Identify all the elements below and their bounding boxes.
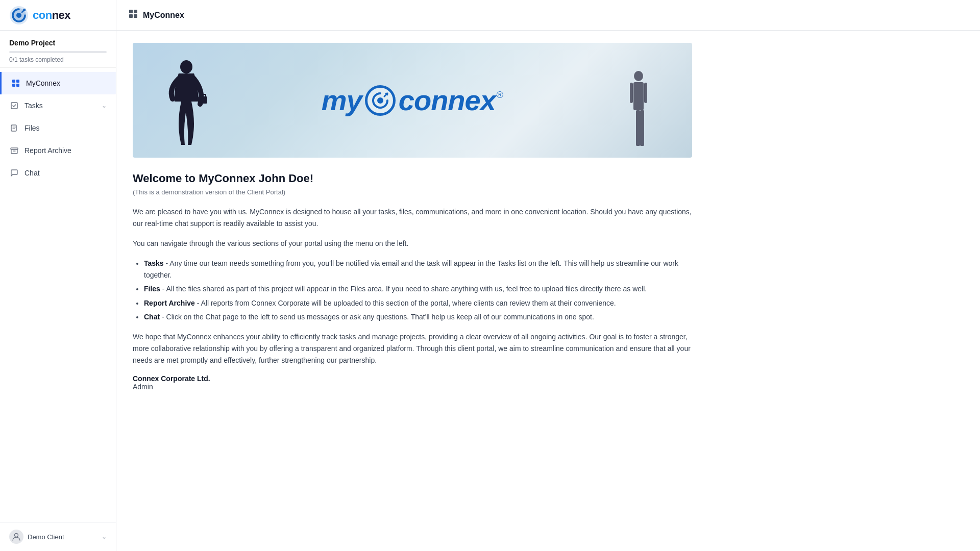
project-name: Demo Project [9,39,107,47]
welcome-sub: (This is a demonstration version of the … [133,188,692,196]
progress-bar-background [9,51,107,53]
svg-rect-3 [12,80,15,83]
svg-rect-19 [633,82,644,110]
sidebar-item-report-archive-label: Report Archive [24,146,107,155]
sidebar-item-chat[interactable]: Chat [0,162,116,184]
svg-rect-9 [11,148,18,149]
sidebar-item-files-label: Files [24,124,107,132]
list-item-files-label: Files [144,285,160,293]
svg-rect-21 [640,110,644,146]
svg-rect-4 [16,80,19,83]
sidebar: connex Demo Project 0/1 tasks completed … [0,0,116,551]
avatar [9,530,23,544]
content-para-2: You can navigate through the various sec… [133,238,692,249]
svg-rect-6 [16,84,19,87]
logo-area: connex [0,0,116,31]
hero-logo: my connex ® [322,84,503,117]
footer-user-name: Demo Client [28,533,102,541]
chat-icon [9,168,19,178]
company-name: Connex Corporate Ltd. [133,374,692,383]
page-header: MyConnex [116,0,980,31]
list-item-tasks: Tasks - Any time our team needs somethin… [144,258,692,281]
sidebar-footer[interactable]: Demo Client ⌄ [0,522,116,551]
nav-section: MyConnex Tasks ⌄ Files [0,68,116,522]
svg-point-10 [15,534,18,537]
content-para-1: We are pleased to have you with us. MyCo… [133,206,692,230]
content-para-3: We hope that MyConnex enhances your abil… [133,331,692,366]
svg-rect-22 [630,83,633,103]
page-header-title: MyConnex [143,11,184,20]
list-item-files: Files - All the files shared as part of … [144,283,692,295]
main-content: MyConnex [116,0,980,551]
tasks-completed-label: 0/1 tasks completed [9,56,107,63]
sidebar-item-files[interactable]: Files [0,117,116,139]
grid-icon [11,78,21,88]
sidebar-item-chat-label: Chat [24,169,107,177]
tasks-chevron-icon: ⌄ [102,102,107,109]
list-item-tasks-text: - Any time our team needs something from… [144,259,678,279]
list-item-files-text: - All the files shared as part of this p… [160,285,647,293]
sidebar-item-report-archive[interactable]: Report Archive [0,139,116,162]
svg-point-2 [16,13,21,18]
svg-rect-12 [134,10,137,13]
svg-rect-14 [134,14,137,18]
svg-rect-23 [644,83,647,103]
svg-rect-8 [11,125,16,131]
content-area: my connex ® [116,31,708,407]
list-item-tasks-label: Tasks [144,259,164,267]
sidebar-item-myconnex[interactable]: MyConnex [0,72,116,94]
hero-silhouette-right [626,68,651,158]
hero-banner: my connex ® [133,43,692,158]
connex-logo-icon [9,6,29,25]
feature-list: Tasks - Any time our team needs somethin… [133,258,692,322]
list-item-report-archive-text: - All reports from Connex Corporate will… [195,299,616,307]
page-header-icon [129,9,138,21]
svg-rect-5 [12,84,15,87]
svg-rect-13 [129,14,133,18]
svg-point-15 [180,60,192,73]
hero-silhouette-left [163,56,209,158]
svg-rect-11 [129,10,133,13]
list-item-report-archive: Report Archive - All reports from Connex… [144,297,692,309]
welcome-heading: Welcome to MyConnex John Doe! [133,172,692,185]
list-item-report-archive-label: Report Archive [144,299,195,307]
footer-chevron-icon: ⌄ [102,533,107,540]
svg-point-18 [634,71,643,81]
sidebar-item-tasks-label: Tasks [24,102,102,110]
svg-rect-16 [198,96,207,104]
company-role: Admin [133,383,692,391]
list-item-chat-text: - Click on the Chat page to the left to … [160,313,594,321]
list-item-chat-label: Chat [144,313,160,321]
svg-rect-20 [636,110,640,146]
sidebar-item-myconnex-label: MyConnex [26,79,107,87]
sidebar-item-tasks[interactable]: Tasks ⌄ [0,94,116,117]
archive-icon [9,145,19,156]
svg-point-17 [377,97,383,104]
project-section: Demo Project 0/1 tasks completed [0,31,116,68]
tasks-icon [9,101,19,111]
list-item-chat: Chat - Click on the Chat page to the lef… [144,311,692,323]
logo-text: connex [33,9,70,22]
files-icon [9,123,19,133]
